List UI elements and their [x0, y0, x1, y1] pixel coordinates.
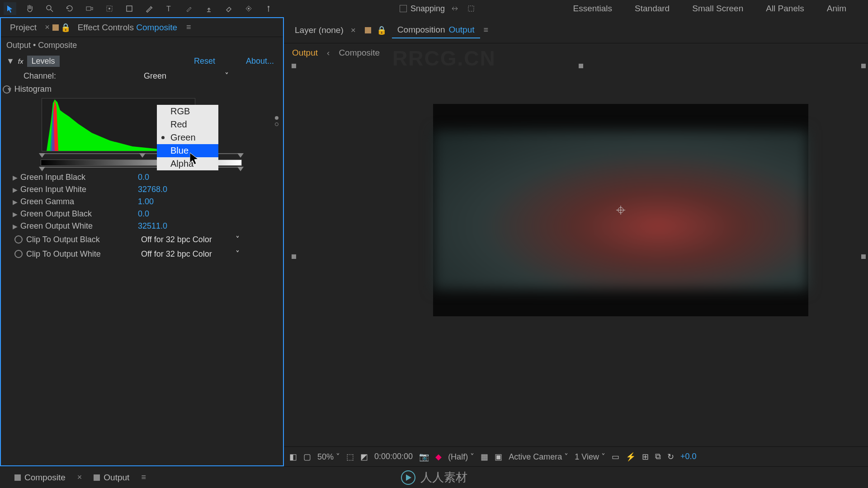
transparency-icon[interactable]: ▦: [481, 452, 488, 462]
close-icon[interactable]: ×: [351, 25, 356, 35]
workspace-animation[interactable]: Anim: [827, 4, 846, 14]
workspace-standard[interactable]: Standard: [635, 4, 670, 14]
workspace-essentials[interactable]: Essentials: [573, 4, 612, 14]
expand-icon[interactable]: ▶: [13, 223, 18, 230]
puppet-tool-icon[interactable]: [262, 2, 275, 15]
resize-handle[interactable]: [292, 64, 296, 68]
pixel-aspect-icon[interactable]: ▭: [612, 452, 619, 462]
toggle-alpha-icon[interactable]: ◧: [289, 452, 297, 462]
views-dropdown[interactable]: 1 View ˅: [575, 452, 605, 462]
reset-button[interactable]: Reset: [194, 56, 215, 66]
tab-composition[interactable]: Composition Output: [392, 22, 480, 38]
channel-option-blue[interactable]: Blue: [157, 144, 218, 157]
exposure-value[interactable]: +0.0: [680, 452, 697, 461]
workspace-small-screen[interactable]: Small Screen: [692, 4, 743, 14]
expand-icon[interactable]: ▶: [13, 174, 18, 181]
watermark-footer: 人人素材: [401, 469, 467, 485]
comp-flowchart-breadcrumb: Output ‹ Composite: [284, 43, 868, 62]
expand-icon[interactable]: ▶: [13, 198, 18, 206]
timeline-tab-output[interactable]: Output: [87, 470, 136, 485]
hand-tool-icon[interactable]: [24, 2, 36, 15]
text-tool-icon[interactable]: T: [163, 2, 175, 15]
effect-name[interactable]: Levels: [27, 56, 60, 67]
channel-option-rgb[interactable]: RGB: [157, 105, 218, 118]
about-button[interactable]: About...: [246, 56, 274, 66]
rotate-tool-icon[interactable]: [63, 2, 76, 15]
eraser-tool-icon[interactable]: [222, 2, 235, 15]
clip-output-white-row: Clip To Output White Off for 32 bpc Colo…: [1, 247, 283, 261]
flowchart-icon[interactable]: ⧉: [655, 452, 661, 461]
resolution-dropdown[interactable]: (Half) ˅: [448, 452, 474, 462]
stopwatch-icon[interactable]: [3, 85, 11, 94]
value-input[interactable]: 1.00: [138, 197, 154, 206]
res-full-icon[interactable]: ⬚: [346, 452, 354, 462]
histogram-display: [42, 98, 265, 168]
toggle-grid-icon[interactable]: ▢: [303, 452, 311, 462]
selection-tool-icon[interactable]: [4, 2, 16, 15]
timecode[interactable]: 0:00:00:00: [374, 452, 413, 461]
resize-handle[interactable]: [292, 254, 296, 259]
close-icon[interactable]: ×: [45, 23, 50, 32]
anchor-tool-icon[interactable]: [103, 2, 116, 15]
snap-option-icon[interactable]: [448, 2, 461, 15]
clip-black-dropdown[interactable]: Off for 32 bpc Color˅: [138, 234, 242, 245]
clip-output-black-row: Clip To Output Black Off for 32 bpc Colo…: [1, 232, 283, 247]
channel-icon[interactable]: ◆: [435, 452, 442, 462]
histogram-mode-icon[interactable]: [275, 116, 278, 120]
safe-zones-icon[interactable]: ▣: [495, 452, 502, 462]
panel-menu-icon[interactable]: ≡: [186, 23, 191, 32]
snap-bounds-icon[interactable]: [465, 2, 477, 15]
timeline-icon[interactable]: ⊞: [642, 452, 649, 462]
panel-menu-icon[interactable]: ≡: [484, 25, 489, 35]
clip-white-dropdown[interactable]: Off for 32 bpc Color˅: [138, 248, 242, 260]
tab-layer[interactable]: Layer (none)×: [289, 23, 361, 38]
zoom-dropdown[interactable]: 50% ˅: [317, 452, 340, 462]
value-input[interactable]: 32511.0: [138, 221, 167, 231]
lock-icon[interactable]: 🔒: [61, 23, 71, 33]
snapping-checkbox[interactable]: [400, 5, 407, 12]
resize-handle[interactable]: [861, 64, 866, 68]
clone-tool-icon[interactable]: [203, 2, 215, 15]
workspace-all-panels[interactable]: All Panels: [766, 4, 804, 14]
value-input[interactable]: 0.0: [138, 173, 149, 182]
timeline-tab-composite[interactable]: Composite: [8, 470, 72, 485]
value-input[interactable]: 32768.0: [138, 185, 167, 194]
camera-dropdown[interactable]: Active Camera ˅: [509, 452, 568, 462]
prop-green-gamma: ▶Green Gamma1.00: [1, 196, 283, 208]
histogram-mode-icon[interactable]: [275, 122, 278, 126]
bc-composite[interactable]: Composite: [339, 48, 380, 58]
close-icon[interactable]: ×: [77, 473, 82, 482]
tab-project[interactable]: Project: [5, 20, 42, 35]
chevron-left-icon[interactable]: ‹: [327, 48, 330, 58]
anchor-point-icon[interactable]: [616, 206, 625, 215]
collapse-icon[interactable]: ▼: [6, 56, 14, 66]
expand-icon[interactable]: ▶: [13, 211, 18, 218]
brush-tool-icon[interactable]: [183, 2, 195, 15]
channel-option-red[interactable]: Red: [157, 118, 218, 131]
snapshot-icon[interactable]: 📷: [419, 452, 429, 462]
resize-handle[interactable]: [861, 254, 866, 259]
channel-row: Channel: Green ˅: [1, 69, 283, 83]
tab-effect-controls[interactable]: Effect Controls Composite: [72, 20, 183, 35]
refresh-icon[interactable]: ↻: [667, 452, 674, 462]
fast-preview-icon[interactable]: ⚡: [626, 452, 636, 462]
zoom-tool-icon[interactable]: [43, 2, 56, 15]
value-input[interactable]: 0.0: [138, 209, 149, 219]
camera-tool-icon[interactable]: [83, 2, 96, 15]
channel-dropdown[interactable]: Green ˅: [141, 70, 231, 82]
channel-option-alpha[interactable]: Alpha: [157, 157, 218, 170]
roi-icon[interactable]: ◩: [360, 452, 368, 462]
lock-icon[interactable]: 🔒: [377, 25, 387, 35]
resize-handle[interactable]: [579, 64, 583, 68]
viewer-body[interactable]: RRCG.CN: [284, 62, 868, 446]
stopwatch-icon[interactable]: [14, 250, 23, 258]
expand-icon[interactable]: ▶: [13, 186, 18, 193]
roto-tool-icon[interactable]: [242, 2, 255, 15]
stopwatch-icon[interactable]: [14, 235, 23, 244]
channel-option-green[interactable]: Green: [157, 131, 218, 144]
bc-output[interactable]: Output: [292, 48, 318, 58]
shape-tool-icon[interactable]: [123, 2, 136, 15]
fx-badge-icon[interactable]: fx: [18, 57, 24, 65]
panel-menu-icon[interactable]: ≡: [141, 473, 146, 482]
pen-tool-icon[interactable]: [143, 2, 156, 15]
